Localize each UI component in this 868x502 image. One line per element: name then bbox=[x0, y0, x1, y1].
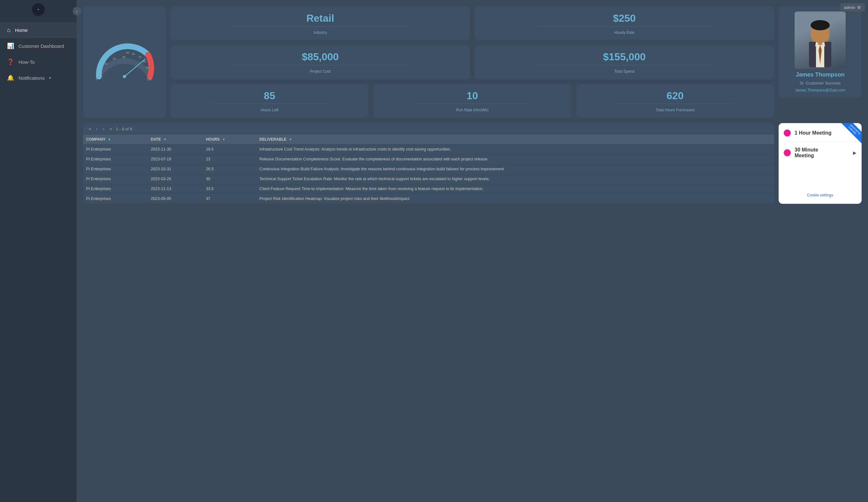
divider bbox=[232, 26, 408, 27]
svg-text:70: 70 bbox=[138, 55, 141, 59]
sidebar-collapse-button[interactable]: ‹ bbox=[73, 7, 81, 15]
admin-button[interactable]: admin ⚙ bbox=[840, 3, 865, 12]
table-row: Pi Enterprises2023-05-0537Project Risk I… bbox=[83, 194, 774, 204]
how-to-icon: ❓ bbox=[7, 59, 14, 65]
project_cost-value: $85,000 bbox=[302, 51, 339, 63]
svg-text:30: 30 bbox=[113, 57, 116, 60]
divider bbox=[415, 104, 530, 104]
cell-deliverable: Infrastructure Cost Trend Analysis: Anal… bbox=[256, 145, 774, 154]
header-date[interactable]: DATE ▼ bbox=[147, 135, 203, 145]
total_spend-value: $155,000 bbox=[603, 51, 645, 63]
cell-company: Pi Enterprises bbox=[83, 194, 147, 204]
prev-page-button[interactable]: ‹ bbox=[95, 126, 99, 132]
cookie-settings-link[interactable]: Cookie settings bbox=[784, 193, 857, 197]
hours_left-label: Hours Left bbox=[261, 108, 278, 112]
notifications-icon: 🔔 bbox=[7, 74, 14, 81]
stat-hours_left: 85Hours Left bbox=[170, 84, 369, 118]
stat-industry: RetailIndustry bbox=[170, 7, 470, 41]
sidebar-item-home[interactable]: ⌂Home bbox=[0, 22, 76, 38]
header-deliverable[interactable]: DELIVERABLE ▼ bbox=[256, 135, 774, 145]
profile-card: James Thompson Sr. Customer Success Jame… bbox=[779, 7, 861, 97]
first-page-button[interactable]: « bbox=[87, 126, 93, 132]
run_rate-value: 10 bbox=[466, 90, 478, 102]
gauge-card: 0 10 20 30 40 50 60 70 80 90 100 bbox=[83, 7, 166, 118]
hours_left-value: 85 bbox=[264, 90, 276, 102]
divider bbox=[536, 26, 712, 27]
dropdown-arrow-icon: ▾ bbox=[49, 76, 51, 80]
profile-photo bbox=[795, 11, 846, 69]
cell-hours: 19.5 bbox=[203, 145, 256, 154]
total_hours-label: Total Hours Purchased bbox=[656, 108, 694, 112]
table-pagination: « ‹ › » 1 - 8 of 8 bbox=[83, 123, 774, 135]
total_hours-value: 620 bbox=[666, 90, 683, 102]
sidebar-item-customer-dashboard[interactable]: 📊Customer Dashboard bbox=[0, 38, 76, 54]
customer-dashboard-icon: 📊 bbox=[7, 42, 14, 50]
svg-text:100: 100 bbox=[147, 78, 152, 81]
cell-date: 2023-05-05 bbox=[147, 194, 203, 204]
cell-deliverable: Project Risk Identification Heatmap: Vis… bbox=[256, 194, 774, 204]
filter-icon[interactable]: ▼ bbox=[163, 137, 167, 141]
stats-grid: RetailIndustry$250Hourly Rate$85,000Proj… bbox=[170, 7, 774, 118]
gauge-container: 0 10 20 30 40 50 60 70 80 90 100 bbox=[93, 41, 156, 83]
logo-circle: ● bbox=[32, 3, 45, 16]
sidebar-item-how-to[interactable]: ❓How-To bbox=[0, 54, 76, 70]
hourly_rate-label: Hourly Rate bbox=[614, 30, 634, 35]
divider bbox=[232, 65, 408, 65]
sidebar-item-notifications[interactable]: 🔔Notifications ▾ bbox=[0, 70, 76, 86]
header-hours[interactable]: HOURS ▼ bbox=[203, 135, 256, 145]
profile-title: Sr. Customer Success bbox=[800, 81, 841, 85]
filter-icon[interactable]: ▼ bbox=[108, 137, 111, 141]
meeting-dot-1hour bbox=[784, 129, 791, 136]
filter-icon[interactable]: ▼ bbox=[289, 137, 292, 141]
header-company[interactable]: COMPANY ▼ bbox=[83, 135, 147, 145]
main-content: admin ⚙ 0 10 20 30 40 bbox=[76, 0, 868, 502]
profile-email: James.Thompson@Zuar.com bbox=[795, 88, 845, 93]
cell-company: Pi Enterprises bbox=[83, 154, 147, 164]
stat-project_cost: $85,000Project Cost bbox=[170, 45, 470, 79]
header-row: COMPANY ▼DATE ▼HOURS ▼DELIVERABLE ▼ bbox=[83, 135, 774, 145]
cell-date: 2023-07-19 bbox=[147, 154, 203, 164]
cell-deliverable: Client Feature Request Time-to-Implement… bbox=[256, 184, 774, 194]
svg-text:20: 20 bbox=[104, 62, 107, 65]
calendly-ribbon-text: powered byCalendly bbox=[841, 123, 861, 144]
stat-hourly_rate: $250Hourly Rate bbox=[475, 7, 774, 41]
stat-total_spend: $155,000Total Spend bbox=[475, 45, 774, 79]
stat-total_hours: 620Total Hours Purchased bbox=[576, 84, 774, 118]
sidebar: ● ⌂Home📊Customer Dashboard❓How-To🔔Notifi… bbox=[0, 0, 76, 502]
table-row: Pi Enterprises2023-11-1333.5Client Featu… bbox=[83, 184, 774, 194]
sidebar-item-label-notifications: Notifications bbox=[19, 75, 45, 81]
calendly-card: powered byCalendly 1 Hour Meeting 30 Min… bbox=[779, 123, 861, 204]
meeting-30min-label: 30 MinuteMeeting bbox=[795, 147, 849, 158]
industry-value: Retail bbox=[306, 12, 334, 24]
table-row: Pi Enterprises2023-03-2630Technical Supp… bbox=[83, 174, 774, 184]
cell-date: 2023-03-26 bbox=[147, 174, 203, 184]
table-card: « ‹ › » 1 - 8 of 8 COMPANY ▼DATE ▼HOURS … bbox=[83, 123, 774, 204]
cell-date: 2023-10-31 bbox=[147, 164, 203, 174]
cell-company: Pi Enterprises bbox=[83, 145, 147, 154]
svg-text:90: 90 bbox=[146, 66, 149, 69]
last-page-button[interactable]: » bbox=[108, 126, 113, 132]
cell-company: Pi Enterprises bbox=[83, 164, 147, 174]
table-scroll-container[interactable]: COMPANY ▼DATE ▼HOURS ▼DELIVERABLE ▼ Pi E… bbox=[83, 135, 774, 204]
home-icon: ⌂ bbox=[7, 27, 11, 33]
stat-run_rate: 10Run Rate (Hrs/Wk) bbox=[373, 84, 571, 118]
next-page-button[interactable]: › bbox=[102, 126, 106, 132]
gear-icon: ⚙ bbox=[857, 5, 861, 10]
run_rate-label: Run Rate (Hrs/Wk) bbox=[456, 108, 488, 112]
cell-deliverable: Continuous Integration Build Failure Ana… bbox=[256, 164, 774, 174]
pagination-range: 1 - 8 of 8 bbox=[116, 127, 132, 132]
data-table: COMPANY ▼DATE ▼HOURS ▼DELIVERABLE ▼ Pi E… bbox=[83, 135, 774, 204]
cell-deliverable: Technical Support Ticket Escalation Rate… bbox=[256, 174, 774, 184]
filter-icon[interactable]: ▼ bbox=[222, 137, 226, 141]
meeting-30-minute[interactable]: 30 MinuteMeeting ▶ bbox=[784, 147, 857, 158]
cell-company: Pi Enterprises bbox=[83, 184, 147, 194]
cell-hours: 37 bbox=[203, 194, 256, 204]
table-row: Pi Enterprises2023-10-3126.5Continuous I… bbox=[83, 164, 774, 174]
svg-text:40: 40 bbox=[122, 55, 125, 59]
divider bbox=[212, 104, 327, 104]
profile-name: James Thompson bbox=[796, 71, 844, 78]
sidebar-item-label-home: Home bbox=[15, 28, 28, 33]
table-row: Pi Enterprises2023-07-1923Release Docume… bbox=[83, 154, 774, 164]
svg-point-12 bbox=[123, 75, 126, 78]
cell-hours: 33.5 bbox=[203, 184, 256, 194]
